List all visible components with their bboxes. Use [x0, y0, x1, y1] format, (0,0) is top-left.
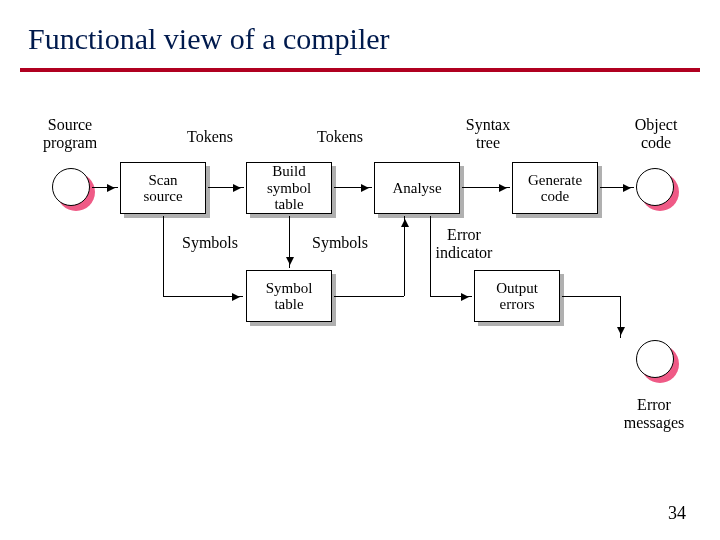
process-analyse-label: Analyse — [374, 162, 460, 214]
arrow-scan-to-build — [208, 187, 244, 188]
label-tokens-2: Tokens — [300, 128, 380, 146]
process-output-errors: Outputerrors — [474, 270, 560, 322]
datastore-error-messages — [636, 340, 674, 378]
conn-outputerrors-to-msgs-v — [620, 296, 621, 338]
title-underline — [20, 68, 700, 72]
label-error-indicator: Errorindicator — [424, 226, 504, 261]
arrow-generate-to-object — [600, 187, 634, 188]
label-error-messages: Errormessages — [614, 396, 694, 431]
compiler-diagram: Sourceprogram Tokens Tokens Syntaxtree O… — [0, 110, 720, 430]
conn-analyse-to-outputerrors-v — [430, 216, 431, 296]
process-scan-source-label: Scansource — [120, 162, 206, 214]
slide-title: Functional view of a compiler — [28, 22, 390, 56]
process-generate-code: Generatecode — [512, 162, 598, 214]
process-analyse: Analyse — [374, 162, 460, 214]
conn-build-to-symboltable — [289, 216, 290, 268]
label-symbols-2: Symbols — [300, 234, 380, 252]
conn-symboltable-to-analyse-h — [334, 296, 404, 297]
label-source-program: Sourceprogram — [30, 116, 110, 151]
conn-analyse-to-outputerrors-h — [430, 296, 472, 297]
process-symbol-table-label: Symboltable — [246, 270, 332, 322]
process-build-symbol-table: Buildsymboltable — [246, 162, 332, 214]
conn-scan-to-symboltable-h — [163, 296, 243, 297]
datastore-object-code — [636, 168, 674, 206]
process-build-symbol-table-label: Buildsymboltable — [246, 162, 332, 214]
datastore-source-program — [52, 168, 90, 206]
arrow-analyse-to-generate — [462, 187, 510, 188]
label-object-code: Objectcode — [616, 116, 696, 151]
label-tokens-1: Tokens — [170, 128, 250, 146]
label-symbols-1: Symbols — [170, 234, 250, 252]
process-symbol-table: Symboltable — [246, 270, 332, 322]
process-generate-code-label: Generatecode — [512, 162, 598, 214]
conn-symboltable-to-analyse-v — [404, 216, 405, 296]
process-scan-source: Scansource — [120, 162, 206, 214]
arrow-source-to-scan — [92, 187, 118, 188]
conn-scan-to-symboltable-v — [163, 216, 164, 296]
page-number: 34 — [668, 503, 686, 524]
label-syntax-tree: Syntaxtree — [448, 116, 528, 151]
process-output-errors-label: Outputerrors — [474, 270, 560, 322]
conn-outputerrors-to-msgs-h — [562, 296, 620, 297]
arrow-build-to-analyse — [334, 187, 372, 188]
